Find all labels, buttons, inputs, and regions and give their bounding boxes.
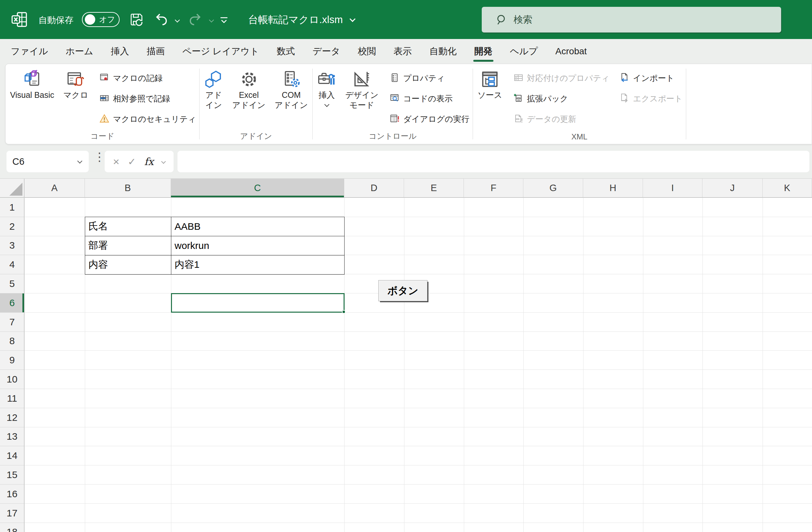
- undo-icon[interactable]: [155, 12, 169, 27]
- column-header-F[interactable]: F: [464, 179, 523, 197]
- insert-dropdown-chevron-icon: [324, 102, 329, 107]
- active-cell-selection[interactable]: [171, 293, 345, 313]
- tab-developer[interactable]: 開発: [465, 39, 501, 64]
- row-header-14[interactable]: 14: [0, 446, 24, 466]
- excel-app-icon[interactable]: [11, 11, 28, 28]
- cell-C3[interactable]: workrun: [171, 236, 344, 255]
- formula-input[interactable]: [177, 151, 809, 172]
- save-icon[interactable]: [129, 12, 144, 27]
- excel-addins-button[interactable]: Excel アドイン: [228, 68, 270, 112]
- column-header-E[interactable]: E: [404, 179, 464, 197]
- tab-review[interactable]: 校閲: [349, 39, 385, 64]
- tab-file[interactable]: ファイル: [2, 39, 57, 64]
- insert-controls-toolbox-icon: [317, 70, 336, 90]
- tab-insert[interactable]: 挿入: [102, 39, 138, 64]
- name-box-chevron-icon[interactable]: [77, 159, 83, 164]
- record-macro-button[interactable]: マクロの記録: [96, 68, 199, 88]
- row-header-10[interactable]: 10: [0, 370, 24, 389]
- cell-B2[interactable]: 氏名: [85, 217, 171, 236]
- row-headers: 123456789101112131415161718: [0, 198, 24, 532]
- formula-bar-chevron-icon[interactable]: [161, 159, 166, 164]
- view-code-button[interactable]: コードの表示: [386, 88, 473, 109]
- name-box[interactable]: C6: [6, 151, 89, 172]
- row-header-16[interactable]: 16: [0, 485, 24, 504]
- properties-icon: [389, 73, 400, 84]
- tab-view[interactable]: 表示: [385, 39, 421, 64]
- row-header-8[interactable]: 8: [0, 332, 24, 351]
- tab-formulas[interactable]: 数式: [268, 39, 304, 64]
- cell-C4[interactable]: 内容1: [171, 255, 344, 275]
- fill-handle[interactable]: [342, 310, 346, 314]
- addins-button[interactable]: アド イン: [200, 68, 228, 112]
- row-header-15[interactable]: 15: [0, 466, 24, 485]
- row-header-3[interactable]: 3: [0, 236, 24, 255]
- cell-B3[interactable]: 部署: [85, 236, 171, 255]
- sheet-grid[interactable]: 氏名 AABB 部署 workrun 内容 内容1 ボタン: [25, 198, 812, 532]
- column-header-G[interactable]: G: [523, 179, 583, 197]
- column-header-K[interactable]: K: [763, 179, 812, 197]
- undo-dropdown-chevron-icon[interactable]: [175, 17, 180, 23]
- macro-security-button[interactable]: マクロのセキュリティ: [96, 109, 199, 129]
- refresh-data-icon: [513, 114, 524, 125]
- expansion-packs-button[interactable]: 拡張パック: [510, 88, 613, 109]
- com-addins-button[interactable]: COM アドイン: [270, 68, 313, 112]
- run-dialog-button[interactable]: ダイアログの実行: [386, 109, 473, 129]
- tab-home[interactable]: ホーム: [57, 39, 102, 64]
- properties-button[interactable]: プロパティ: [386, 68, 473, 88]
- row-header-12[interactable]: 12: [0, 408, 24, 427]
- cell-C2[interactable]: AABB: [171, 217, 344, 236]
- column-header-C[interactable]: C: [171, 179, 344, 197]
- autosave-toggle[interactable]: オフ: [82, 12, 120, 27]
- title-dropdown-chevron-icon[interactable]: [349, 16, 355, 22]
- import-button[interactable]: インポート: [616, 68, 686, 88]
- column-header-H[interactable]: H: [583, 179, 643, 197]
- customize-quick-access-icon[interactable]: [218, 15, 230, 26]
- tab-draw[interactable]: 描画: [138, 39, 174, 64]
- column-header-J[interactable]: J: [702, 179, 763, 197]
- row-header-11[interactable]: 11: [0, 389, 24, 408]
- gridline-vertical: [464, 198, 464, 532]
- tab-acrobat[interactable]: Acrobat: [547, 39, 596, 64]
- column-header-A[interactable]: A: [24, 179, 85, 197]
- design-mode-button[interactable]: デザイン モード: [340, 68, 383, 112]
- tab-page-layout[interactable]: ページ レイアウト: [174, 39, 268, 64]
- design-mode-icon: [352, 70, 371, 90]
- row-header-13[interactable]: 13: [0, 427, 24, 446]
- column-header-I[interactable]: I: [643, 179, 702, 197]
- column-header-D[interactable]: D: [344, 179, 404, 197]
- ribbon-tab-bar: ファイルホーム挿入描画ページ レイアウト数式データ校閲表示自動化開発ヘルプAcr…: [0, 39, 812, 64]
- insert-controls-button[interactable]: 挿入: [313, 68, 340, 108]
- row-header-1[interactable]: 1: [0, 198, 24, 217]
- cell-B4[interactable]: 内容: [85, 255, 171, 275]
- visual-basic-icon: [23, 70, 42, 90]
- row-header-6[interactable]: 6: [0, 294, 24, 313]
- insert-function-icon[interactable]: fx: [144, 156, 154, 167]
- tab-data[interactable]: データ: [304, 39, 349, 64]
- row-header-4[interactable]: 4: [0, 255, 24, 274]
- document-title[interactable]: 台帳転記マクロ.xlsm: [248, 13, 343, 27]
- view-code-icon: [389, 93, 400, 105]
- macro-form-button[interactable]: ボタン: [378, 280, 427, 301]
- tab-help[interactable]: ヘルプ: [501, 39, 547, 64]
- xml-source-button[interactable]: ソース: [473, 68, 507, 102]
- row-header-9[interactable]: 9: [0, 351, 24, 370]
- visual-basic-button[interactable]: Visual Basic: [5, 68, 59, 102]
- row-header-5[interactable]: 5: [0, 274, 24, 294]
- column-header-B[interactable]: B: [85, 179, 171, 197]
- row-header-17[interactable]: 17: [0, 504, 24, 523]
- row-header-2[interactable]: 2: [0, 217, 24, 236]
- xml-source-icon: [480, 70, 499, 90]
- row-header-18[interactable]: 18: [0, 523, 24, 532]
- select-all-corner[interactable]: [0, 179, 24, 197]
- search-input[interactable]: 検索: [482, 7, 781, 32]
- excel-addins-gear-icon: [240, 70, 258, 90]
- cancel-icon: ×: [113, 156, 120, 168]
- tab-automate[interactable]: 自動化: [421, 39, 465, 64]
- ribbon-developer: Visual Basic マクロ: [5, 64, 812, 144]
- row-header-7[interactable]: 7: [0, 313, 24, 332]
- group-label-addins: アドイン: [200, 131, 313, 142]
- use-relative-references-button[interactable]: 相対参照で記録: [96, 88, 199, 109]
- autosave-label: 自動保存: [38, 14, 73, 26]
- macros-button[interactable]: マクロ: [59, 68, 93, 102]
- formula-bar-handle[interactable]: ⋮: [93, 150, 105, 164]
